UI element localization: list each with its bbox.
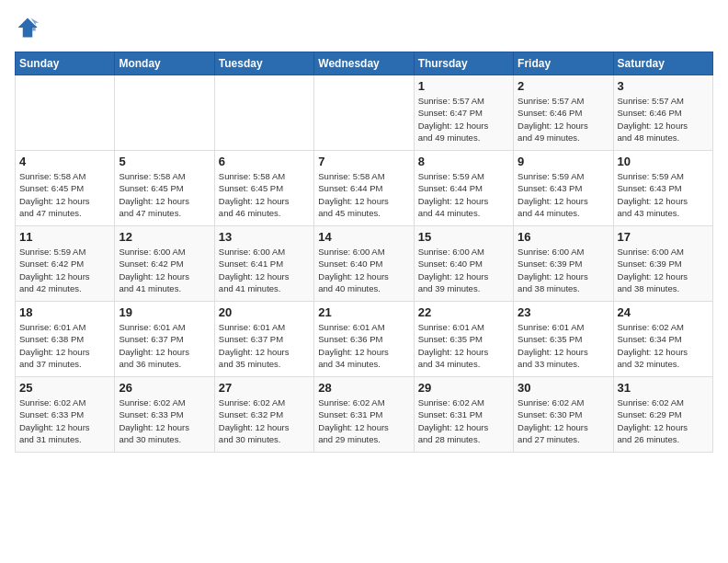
calendar-cell: 25Sunrise: 6:02 AM Sunset: 6:33 PM Dayli… bbox=[16, 377, 115, 453]
day-info: Sunrise: 6:00 AM Sunset: 6:40 PM Dayligh… bbox=[318, 246, 409, 294]
calendar-cell: 22Sunrise: 6:01 AM Sunset: 6:35 PM Dayli… bbox=[414, 302, 513, 377]
calendar-cell: 16Sunrise: 6:00 AM Sunset: 6:39 PM Dayli… bbox=[514, 226, 613, 302]
day-of-week-header: Friday bbox=[514, 52, 613, 75]
logo bbox=[15, 15, 44, 40]
day-info: Sunrise: 6:02 AM Sunset: 6:33 PM Dayligh… bbox=[19, 396, 110, 445]
day-info: Sunrise: 6:01 AM Sunset: 6:35 PM Dayligh… bbox=[518, 321, 609, 370]
day-number: 4 bbox=[19, 155, 110, 168]
day-number: 21 bbox=[318, 305, 409, 319]
day-of-week-header: Tuesday bbox=[214, 52, 313, 75]
day-number: 18 bbox=[19, 305, 110, 319]
calendar-week-row: 11Sunrise: 5:59 AM Sunset: 6:42 PM Dayli… bbox=[16, 226, 713, 302]
calendar-cell bbox=[314, 75, 414, 151]
day-info: Sunrise: 6:02 AM Sunset: 6:33 PM Dayligh… bbox=[119, 396, 210, 445]
calendar-cell: 20Sunrise: 6:01 AM Sunset: 6:37 PM Dayli… bbox=[214, 302, 313, 377]
day-info: Sunrise: 5:59 AM Sunset: 6:42 PM Dayligh… bbox=[19, 246, 110, 294]
calendar-cell: 12Sunrise: 6:00 AM Sunset: 6:42 PM Dayli… bbox=[115, 226, 214, 302]
day-number: 14 bbox=[318, 230, 409, 244]
day-info: Sunrise: 5:59 AM Sunset: 6:44 PM Dayligh… bbox=[418, 170, 509, 219]
calendar-cell: 7Sunrise: 5:58 AM Sunset: 6:44 PM Daylig… bbox=[314, 151, 414, 226]
day-info: Sunrise: 6:01 AM Sunset: 6:37 PM Dayligh… bbox=[219, 321, 310, 370]
calendar-cell: 31Sunrise: 6:02 AM Sunset: 6:29 PM Dayli… bbox=[613, 377, 712, 453]
day-info: Sunrise: 6:02 AM Sunset: 6:31 PM Dayligh… bbox=[418, 396, 509, 445]
day-info: Sunrise: 6:02 AM Sunset: 6:34 PM Dayligh… bbox=[618, 321, 709, 370]
day-info: Sunrise: 6:00 AM Sunset: 6:39 PM Dayligh… bbox=[618, 246, 709, 294]
day-number: 10 bbox=[618, 155, 709, 168]
day-number: 8 bbox=[418, 155, 509, 168]
day-info: Sunrise: 6:00 AM Sunset: 6:40 PM Dayligh… bbox=[418, 246, 509, 294]
day-number: 5 bbox=[119, 155, 210, 168]
calendar-cell: 27Sunrise: 6:02 AM Sunset: 6:32 PM Dayli… bbox=[214, 377, 313, 453]
day-number: 30 bbox=[518, 381, 609, 395]
day-info: Sunrise: 5:57 AM Sunset: 6:46 PM Dayligh… bbox=[618, 95, 709, 144]
day-number: 24 bbox=[618, 305, 709, 319]
logo-icon bbox=[15, 15, 40, 40]
day-number: 23 bbox=[518, 305, 609, 319]
calendar-cell: 13Sunrise: 6:00 AM Sunset: 6:41 PM Dayli… bbox=[214, 226, 313, 302]
calendar-cell bbox=[214, 75, 313, 151]
day-info: Sunrise: 5:58 AM Sunset: 6:45 PM Dayligh… bbox=[219, 170, 310, 219]
calendar-cell: 24Sunrise: 6:02 AM Sunset: 6:34 PM Dayli… bbox=[613, 302, 712, 377]
calendar-cell bbox=[115, 75, 214, 151]
calendar-cell: 4Sunrise: 5:58 AM Sunset: 6:45 PM Daylig… bbox=[16, 151, 115, 226]
calendar-cell: 19Sunrise: 6:01 AM Sunset: 6:37 PM Dayli… bbox=[115, 302, 214, 377]
calendar-week-row: 18Sunrise: 6:01 AM Sunset: 6:38 PM Dayli… bbox=[16, 302, 713, 377]
day-number: 3 bbox=[618, 79, 709, 93]
day-info: Sunrise: 5:58 AM Sunset: 6:45 PM Dayligh… bbox=[19, 170, 110, 219]
calendar-cell: 30Sunrise: 6:02 AM Sunset: 6:30 PM Dayli… bbox=[514, 377, 613, 453]
calendar-cell: 5Sunrise: 5:58 AM Sunset: 6:45 PM Daylig… bbox=[115, 151, 214, 226]
calendar-cell bbox=[16, 75, 115, 151]
day-number: 11 bbox=[19, 230, 110, 244]
day-info: Sunrise: 6:00 AM Sunset: 6:41 PM Dayligh… bbox=[219, 246, 310, 294]
day-info: Sunrise: 6:00 AM Sunset: 6:39 PM Dayligh… bbox=[518, 246, 609, 294]
day-number: 27 bbox=[219, 381, 310, 395]
day-of-week-header: Sunday bbox=[16, 52, 115, 75]
calendar-cell: 8Sunrise: 5:59 AM Sunset: 6:44 PM Daylig… bbox=[414, 151, 513, 226]
calendar-cell: 29Sunrise: 6:02 AM Sunset: 6:31 PM Dayli… bbox=[414, 377, 513, 453]
calendar-table: SundayMondayTuesdayWednesdayThursdayFrid… bbox=[15, 52, 713, 453]
day-number: 2 bbox=[518, 79, 609, 93]
calendar-week-row: 4Sunrise: 5:58 AM Sunset: 6:45 PM Daylig… bbox=[16, 151, 713, 226]
day-number: 15 bbox=[418, 230, 509, 244]
calendar-cell: 6Sunrise: 5:58 AM Sunset: 6:45 PM Daylig… bbox=[214, 151, 313, 226]
day-number: 6 bbox=[219, 155, 310, 168]
calendar-cell: 17Sunrise: 6:00 AM Sunset: 6:39 PM Dayli… bbox=[613, 226, 712, 302]
calendar-week-row: 1Sunrise: 5:57 AM Sunset: 6:47 PM Daylig… bbox=[16, 75, 713, 151]
day-of-week-header: Saturday bbox=[613, 52, 712, 75]
calendar-cell: 10Sunrise: 5:59 AM Sunset: 6:43 PM Dayli… bbox=[613, 151, 712, 226]
calendar-cell: 18Sunrise: 6:01 AM Sunset: 6:38 PM Dayli… bbox=[16, 302, 115, 377]
calendar-cell: 23Sunrise: 6:01 AM Sunset: 6:35 PM Dayli… bbox=[514, 302, 613, 377]
day-of-week-header: Monday bbox=[115, 52, 214, 75]
day-info: Sunrise: 6:02 AM Sunset: 6:32 PM Dayligh… bbox=[219, 396, 310, 445]
day-number: 29 bbox=[418, 381, 509, 395]
day-number: 22 bbox=[418, 305, 509, 319]
day-info: Sunrise: 6:01 AM Sunset: 6:38 PM Dayligh… bbox=[19, 321, 110, 370]
day-number: 26 bbox=[119, 381, 210, 395]
day-info: Sunrise: 6:00 AM Sunset: 6:42 PM Dayligh… bbox=[119, 246, 210, 294]
calendar-body: 1Sunrise: 5:57 AM Sunset: 6:47 PM Daylig… bbox=[16, 75, 713, 453]
page-header bbox=[15, 15, 713, 40]
calendar-cell: 9Sunrise: 5:59 AM Sunset: 6:43 PM Daylig… bbox=[514, 151, 613, 226]
day-of-week-header: Wednesday bbox=[314, 52, 414, 75]
calendar-cell: 26Sunrise: 6:02 AM Sunset: 6:33 PM Dayli… bbox=[115, 377, 214, 453]
calendar-cell: 3Sunrise: 5:57 AM Sunset: 6:46 PM Daylig… bbox=[613, 75, 712, 151]
calendar-cell: 14Sunrise: 6:00 AM Sunset: 6:40 PM Dayli… bbox=[314, 226, 414, 302]
calendar-week-row: 25Sunrise: 6:02 AM Sunset: 6:33 PM Dayli… bbox=[16, 377, 713, 453]
day-info: Sunrise: 6:01 AM Sunset: 6:36 PM Dayligh… bbox=[318, 321, 409, 370]
day-info: Sunrise: 5:58 AM Sunset: 6:44 PM Dayligh… bbox=[318, 170, 409, 219]
day-info: Sunrise: 5:57 AM Sunset: 6:47 PM Dayligh… bbox=[418, 95, 509, 144]
calendar-header: SundayMondayTuesdayWednesdayThursdayFrid… bbox=[16, 52, 713, 75]
calendar-cell: 28Sunrise: 6:02 AM Sunset: 6:31 PM Dayli… bbox=[314, 377, 414, 453]
header-row: SundayMondayTuesdayWednesdayThursdayFrid… bbox=[16, 52, 713, 75]
day-number: 13 bbox=[219, 230, 310, 244]
day-number: 19 bbox=[119, 305, 210, 319]
day-info: Sunrise: 5:57 AM Sunset: 6:46 PM Dayligh… bbox=[518, 95, 609, 144]
day-info: Sunrise: 6:01 AM Sunset: 6:35 PM Dayligh… bbox=[418, 321, 509, 370]
calendar-cell: 15Sunrise: 6:00 AM Sunset: 6:40 PM Dayli… bbox=[414, 226, 513, 302]
day-info: Sunrise: 6:01 AM Sunset: 6:37 PM Dayligh… bbox=[119, 321, 210, 370]
day-number: 25 bbox=[19, 381, 110, 395]
calendar-cell: 21Sunrise: 6:01 AM Sunset: 6:36 PM Dayli… bbox=[314, 302, 414, 377]
day-info: Sunrise: 6:02 AM Sunset: 6:30 PM Dayligh… bbox=[518, 396, 609, 445]
day-info: Sunrise: 5:59 AM Sunset: 6:43 PM Dayligh… bbox=[518, 170, 609, 219]
day-number: 17 bbox=[618, 230, 709, 244]
